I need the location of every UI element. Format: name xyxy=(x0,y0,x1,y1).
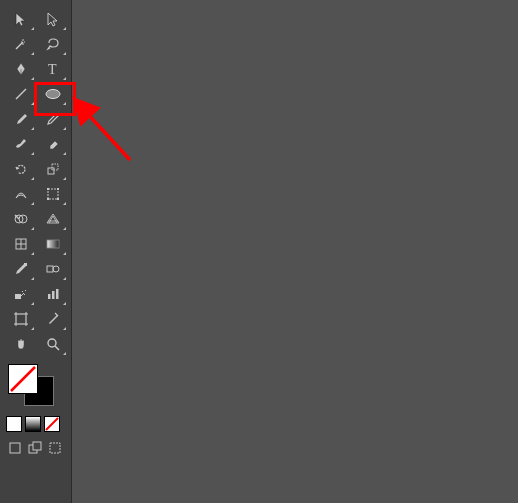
paintbrush-tool[interactable] xyxy=(7,106,35,131)
scale-tool[interactable] xyxy=(39,156,67,181)
draw-mode-row xyxy=(6,440,71,456)
svg-rect-8 xyxy=(47,198,49,200)
color-swatch-gradient[interactable] xyxy=(25,416,41,432)
draw-mode-behind[interactable] xyxy=(26,440,44,456)
svg-point-16 xyxy=(53,266,59,272)
type-tool[interactable]: T xyxy=(39,56,67,81)
tools-panel: T xyxy=(0,0,72,503)
pen-tool[interactable] xyxy=(7,56,35,81)
svg-line-23 xyxy=(55,346,59,350)
free-transform-tool[interactable] xyxy=(39,181,67,206)
svg-point-2 xyxy=(46,89,60,98)
zoom-tool[interactable] xyxy=(39,331,67,356)
hand-tool[interactable] xyxy=(7,331,35,356)
shape-builder-tool[interactable] xyxy=(7,206,35,231)
svg-line-1 xyxy=(16,89,26,99)
line-segment-tool[interactable] xyxy=(7,81,35,106)
svg-rect-21 xyxy=(16,314,26,324)
draw-mode-inside[interactable] xyxy=(46,440,64,456)
column-graph-tool[interactable] xyxy=(39,281,67,306)
perspective-grid-tool[interactable] xyxy=(39,206,67,231)
rotate-tool[interactable] xyxy=(7,156,35,181)
svg-rect-18 xyxy=(48,294,51,299)
eraser-tool[interactable] xyxy=(39,131,67,156)
svg-rect-5 xyxy=(48,189,58,199)
svg-rect-4 xyxy=(52,164,58,170)
svg-rect-17 xyxy=(15,294,21,299)
fill-color[interactable] xyxy=(8,364,38,394)
width-tool[interactable] xyxy=(7,181,35,206)
color-swatch-solid[interactable] xyxy=(6,416,22,432)
svg-rect-26 xyxy=(10,443,20,453)
direct-selection-tool[interactable] xyxy=(39,6,67,31)
lasso-tool[interactable] xyxy=(39,31,67,56)
mesh-tool[interactable] xyxy=(7,231,35,256)
svg-rect-19 xyxy=(52,291,55,299)
symbol-sprayer-tool[interactable] xyxy=(7,281,35,306)
blend-tool[interactable] xyxy=(39,256,67,281)
color-swatch-none[interactable] xyxy=(44,416,60,432)
svg-rect-9 xyxy=(57,198,59,200)
svg-rect-14 xyxy=(24,263,27,266)
svg-line-25 xyxy=(46,418,58,430)
pencil-tool[interactable] xyxy=(39,106,67,131)
gradient-tool[interactable] xyxy=(39,231,67,256)
svg-rect-29 xyxy=(50,443,60,453)
svg-line-24 xyxy=(11,367,35,391)
draw-mode-normal[interactable] xyxy=(6,440,24,456)
selection-tool[interactable] xyxy=(7,6,35,31)
svg-rect-20 xyxy=(56,289,59,299)
slice-tool[interactable] xyxy=(39,306,67,331)
magic-wand-tool[interactable] xyxy=(7,31,35,56)
svg-point-22 xyxy=(48,339,56,347)
ellipse-tool[interactable] xyxy=(39,81,67,106)
eyedropper-tool[interactable] xyxy=(7,256,35,281)
artboard-tool[interactable] xyxy=(7,306,35,331)
svg-rect-13 xyxy=(47,240,59,248)
svg-rect-6 xyxy=(47,188,49,190)
svg-rect-7 xyxy=(57,188,59,190)
blob-brush-tool[interactable] xyxy=(7,131,35,156)
fill-stroke-control[interactable] xyxy=(0,364,71,408)
svg-rect-28 xyxy=(33,442,41,450)
canvas-area[interactable] xyxy=(72,0,518,503)
svg-rect-15 xyxy=(47,266,53,272)
svg-rect-3 xyxy=(48,168,54,174)
color-mode-row xyxy=(6,416,71,432)
svg-text:T: T xyxy=(48,62,57,77)
